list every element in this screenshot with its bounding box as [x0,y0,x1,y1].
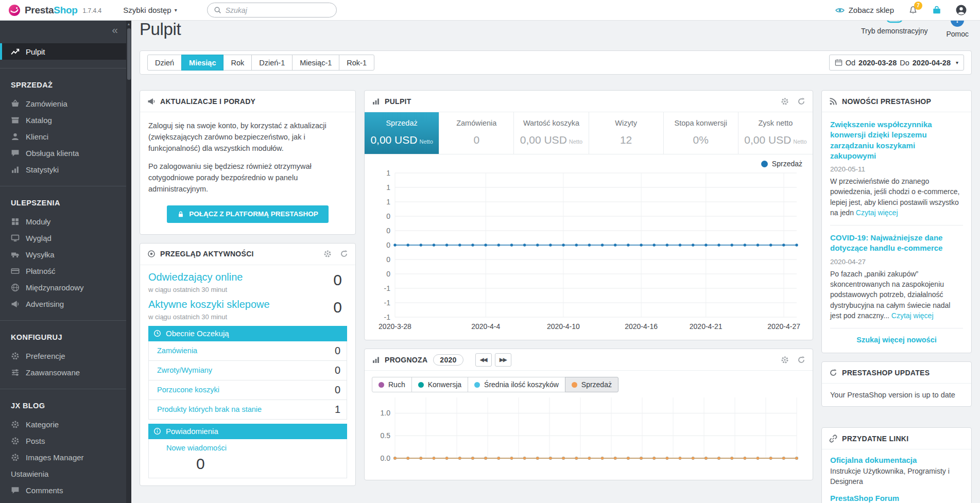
kpi-net-profit[interactable]: Zysk netto 0,00 USDNetto [738,112,813,154]
megaphone-icon [147,97,156,106]
svg-text:-1: -1 [384,299,391,307]
sidebar-item-customers[interactable]: Klienci [0,128,131,145]
gear-icon [11,352,20,360]
legend-dot [474,382,480,388]
refresh-icon[interactable] [797,97,805,106]
notifications-button[interactable]: 7 [908,6,918,15]
view-shop-link[interactable]: Zobacz sklep [835,6,894,15]
svg-text:1: 1 [386,169,390,177]
store-icon [11,116,20,125]
updates-paragraph: Zaloguj się na swoje konto, by korzystać… [148,120,347,154]
panel-title: NOWOŚCI PRESTASHOP [842,97,931,106]
legend-chip-sales[interactable]: Sprzedaż [565,377,618,392]
sidebar-item-catalog[interactable]: Katalog [0,112,131,128]
forecast-panel: PROGNOZA 2020 ◀◀ ▶▶ Ruch [364,349,813,480]
range-button-month[interactable]: Miesiąc [181,55,223,71]
read-more-link[interactable]: Czytaj więcej [891,311,934,320]
kpi-orders[interactable]: Zamówienia 0 [439,112,514,154]
clock-icon [153,329,161,337]
article-title-link[interactable]: COVID-19: Najważniejsze dane dotyczące h… [830,233,963,254]
svg-text:1: 1 [386,198,390,206]
sidebar-item-dashboard[interactable]: Pulpit [0,43,131,60]
sidebar-item-payment[interactable]: Płatność [0,263,131,279]
sidebar-item-stats[interactable]: Statystyki [0,161,131,178]
pending-row-abandoned-carts[interactable]: Porzucone koszyki 0 [148,380,347,400]
range-button-day-1[interactable]: Dzień-1 [251,55,293,71]
version-status-text: Your PrestaShop version is up to date [822,384,971,406]
date-from: 2020-03-28 [858,59,897,67]
sidebar-item-categories[interactable]: Kategorie [0,416,131,432]
sidebar-item-design[interactable]: Wygląd [0,230,131,246]
quick-access-menu[interactable]: Szybki dostęp ▾ [123,6,177,14]
pending-header: Obecnie Oczekują [148,326,347,341]
account-menu[interactable] [956,5,967,15]
gear-icon[interactable] [781,97,789,106]
sidebar-item-settings[interactable]: Ustawienia [0,465,131,482]
divider [0,389,131,389]
pending-row-orders[interactable]: Zamówienia 0 [148,341,347,361]
range-button-day[interactable]: Dzień [147,55,182,71]
scrollbar-thumb[interactable] [127,28,131,80]
chat-icon [11,149,20,158]
refresh-icon[interactable] [797,356,805,364]
read-more-link[interactable]: Czytaj więcej [856,209,898,217]
range-button-year[interactable]: Rok [223,55,252,71]
pending-row-out-of-stock[interactable]: Produkty których brak na stanie 1 [148,400,347,420]
legend-dot [379,382,384,388]
header-actions: Zobacz sklep 7 [835,5,972,15]
scrollbar-up-arrow[interactable]: ▲ [126,21,131,27]
top-bar: PrestaShop 1.7.4.4 Szybki dostęp ▾ Zobac… [0,0,980,21]
sidebar-item-preferences[interactable]: Preferencje [0,348,131,364]
svg-text:2020-4-21: 2020-4-21 [690,322,723,331]
legend-chip-conversion[interactable]: Konwersja [411,377,468,392]
sidebar-item-advanced[interactable]: Zaawansowane [0,364,131,380]
svg-text:-1: -1 [384,284,391,292]
forecast-legend: Ruch Konwersja Średnia ilość koszyków Sp… [365,371,813,393]
sidebar-collapse-button[interactable]: « [0,21,131,39]
online-visitors-metric[interactable]: Odwiedzający online w ciągu ostatnich 30… [148,271,347,293]
sidebar-item-advertising[interactable]: Advertising [0,296,131,312]
previous-year-button[interactable]: ◀◀ [475,353,492,367]
sidebar-item-customer-service[interactable]: Obsługa klienta [0,145,131,161]
connect-platform-button[interactable]: POŁĄCZ Z PLATFORMĄ PRESTASHOP [167,205,329,223]
legend-chip-traffic[interactable]: Ruch [372,377,412,392]
range-button-month-1[interactable]: Miesiąc-1 [292,55,339,71]
next-year-button[interactable]: ▶▶ [495,353,511,367]
kpi-visits[interactable]: Wizyty 12 [589,112,664,154]
kpi-cart-value[interactable]: Wartość koszyka 0,00 USDNetto [514,112,589,154]
kpi-conversion-rate[interactable]: Stopa konwersji 0% [664,112,738,154]
svg-text:0: 0 [386,241,390,249]
article-title-link[interactable]: Zwiększenie współczynnika konwersji dzię… [830,119,963,161]
sidebar-section-jxblog: JX BLOG [0,397,131,414]
kpi-sales[interactable]: Sprzedaż 0,00 USDNetto [365,112,439,154]
avatar [956,5,967,15]
sidebar-item-posts[interactable]: Posts [0,432,131,449]
sidebar-scrollbar[interactable]: ▲ [126,21,131,503]
sidebar-item-comments[interactable]: Comments [0,482,131,498]
pending-row-returns[interactable]: Zwroty/Wymiany 0 [148,361,347,380]
date-range-picker[interactable]: Od2020-03-28 Do2020-04-28 ▾ [829,55,964,71]
new-messages-row[interactable]: Nowe wiadomości 0 [148,439,347,478]
gear-icon[interactable] [323,250,332,258]
refresh-icon[interactable] [340,250,348,258]
documentation-link[interactable]: Oficjalna dokumentacja [830,456,963,464]
sidebar-item-images-manager[interactable]: Images Manager [0,449,131,465]
search-input[interactable] [226,6,330,14]
legend-chip-avg-carts[interactable]: Średnia ilość koszyków [468,377,565,392]
year-badge: 2020 [433,354,463,366]
range-button-year-1[interactable]: Rok-1 [339,55,374,71]
sidebar-item-shipping[interactable]: Wysyłka [0,246,131,263]
svg-text:0: 0 [386,270,390,278]
forum-link[interactable]: PrestaShop Forum [830,494,963,502]
active-carts-metric[interactable]: Aktywne koszyki sklepowe w ciągu ostatni… [148,299,347,321]
article-date: 2020-04-27 [830,258,963,266]
sidebar-item-international[interactable]: Międzynarodowy [0,279,131,296]
sidebar-item-modules[interactable]: Moduły [0,213,131,230]
search-icon [214,6,221,14]
sidebar-item-orders[interactable]: Zamówienia [0,95,131,112]
divider [0,68,131,68]
shop-bag-button[interactable] [932,6,941,15]
gear-icon[interactable] [781,356,789,364]
more-news-link[interactable]: Szukaj więcej nowości [856,336,937,344]
trend-icon [11,47,20,56]
